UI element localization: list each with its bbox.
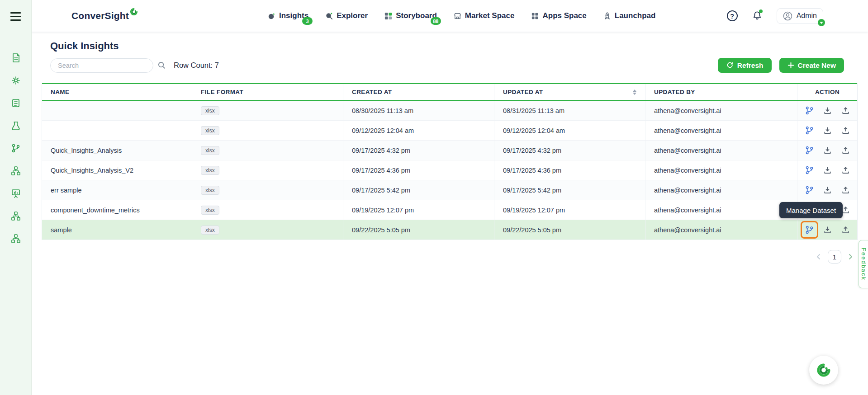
- sidebar-item-org[interactable]: [10, 233, 21, 244]
- cell-updated-by: athena@conversight.ai: [645, 160, 797, 180]
- export-icon[interactable]: [840, 145, 851, 156]
- manage-dataset-icon[interactable]: [804, 145, 815, 156]
- topbar: ConverSight Insights 3 Explorer Storyboa…: [31, 0, 868, 32]
- table-row[interactable]: xlsx 09/12/2025 12:04 am 09/12/2025 12:0…: [42, 121, 857, 141]
- sidebar-item-forms[interactable]: [10, 98, 21, 108]
- column-header-file-format[interactable]: FILE FORMAT: [192, 84, 343, 100]
- help-glyph: ?: [730, 12, 734, 20]
- cell-updated-by: athena@conversight.ai: [645, 101, 797, 120]
- cell-updated-at: 09/12/2025 12:04 am: [494, 121, 645, 140]
- export-icon[interactable]: [840, 125, 851, 136]
- format-chip: xlsx: [201, 186, 219, 195]
- manage-dataset-icon[interactable]: [804, 125, 815, 136]
- cell-created-at: 09/17/2025 5:42 pm: [343, 180, 494, 200]
- sidebar-item-pipelines[interactable]: [10, 143, 21, 154]
- manage-dataset-icon[interactable]: [804, 105, 815, 116]
- sidebar-item-hierarchy[interactable]: [10, 211, 21, 221]
- market-space-icon: [453, 12, 462, 20]
- sidebar-item-file[interactable]: [10, 52, 21, 63]
- cell-updated-by: athena@conversight.ai: [645, 141, 797, 160]
- cell-action: [797, 160, 857, 180]
- table-row[interactable]: err sample xlsx 09/17/2025 5:42 pm 09/17…: [42, 180, 857, 200]
- chevron-down-icon: [818, 19, 825, 26]
- manage-dataset-icon-highlighted[interactable]: [804, 224, 815, 235]
- previous-page-icon[interactable]: [815, 253, 822, 260]
- column-header-updated-by[interactable]: UPDATED BY: [645, 84, 797, 100]
- cell-updated-by: athena@conversight.ai: [645, 200, 797, 220]
- export-icon[interactable]: [840, 105, 851, 116]
- storyboard-icon: [384, 12, 393, 20]
- export-icon[interactable]: [840, 224, 851, 235]
- cell-file-format: xlsx: [192, 141, 343, 160]
- nav-item-market-space[interactable]: Market Space: [453, 11, 515, 20]
- column-header-name[interactable]: NAME: [42, 84, 192, 100]
- brand-leaf-icon: [129, 7, 138, 16]
- table-row[interactable]: component_downtime_metrics xlsx 09/19/20…: [42, 200, 857, 220]
- export-icon[interactable]: [840, 184, 851, 196]
- next-page-icon[interactable]: [847, 253, 854, 260]
- page-number[interactable]: 1: [828, 250, 841, 263]
- sidebar: [0, 0, 32, 395]
- search-input[interactable]: [50, 58, 153, 73]
- cell-created-at: 09/22/2025 5:05 pm: [343, 220, 494, 240]
- sidebar-item-settings[interactable]: [10, 75, 21, 86]
- sidebar-item-workflow[interactable]: [10, 165, 21, 176]
- sort-icon[interactable]: [633, 89, 636, 95]
- cell-file-format: xlsx: [192, 160, 343, 180]
- download-icon[interactable]: [822, 224, 833, 235]
- help-icon[interactable]: ?: [727, 10, 738, 21]
- brand-logo[interactable]: ConverSight: [71, 10, 138, 21]
- insights-icon: [267, 12, 276, 20]
- refresh-button[interactable]: Refresh: [718, 58, 772, 73]
- sidebar-item-labs[interactable]: [10, 120, 21, 131]
- main-content: Quick Insights Row Count: 7 Refresh Crea…: [31, 32, 868, 395]
- column-header-created-at[interactable]: CREATED AT: [343, 84, 494, 100]
- cell-created-at: 09/17/2025 4:32 pm: [343, 141, 494, 160]
- table-body: xlsx 08/30/2025 11:13 am 08/31/2025 11:1…: [42, 101, 857, 240]
- admin-menu[interactable]: Admin: [777, 8, 823, 24]
- sitemap-icon-2: [10, 211, 21, 221]
- export-icon[interactable]: [840, 165, 851, 176]
- spreadsheet-file-icon: [10, 52, 21, 63]
- cell-file-format: xlsx: [192, 220, 343, 240]
- nav-item-storyboard[interactable]: Storyboard 88: [384, 11, 437, 20]
- row-count-label: Row Count: 7: [174, 61, 219, 70]
- download-icon[interactable]: [822, 105, 833, 116]
- hamburger-menu-icon[interactable]: [10, 12, 21, 21]
- download-icon[interactable]: [822, 184, 833, 196]
- nav-label: Launchpad: [615, 11, 656, 20]
- tooltip-text: Manage Dataset: [786, 207, 836, 214]
- cell-name: [42, 101, 192, 120]
- notifications-bell-icon[interactable]: [752, 10, 762, 22]
- search-icon[interactable]: [157, 61, 166, 70]
- assistant-fab[interactable]: [809, 356, 838, 385]
- explorer-icon: [325, 12, 333, 20]
- cell-updated-at: 09/19/2025 12:07 pm: [494, 200, 645, 220]
- create-new-button[interactable]: Create New: [779, 58, 844, 73]
- cell-created-at: 09/12/2025 12:04 am: [343, 121, 494, 140]
- nav-item-launchpad[interactable]: Launchpad: [603, 11, 656, 20]
- column-header-updated-at[interactable]: UPDATED AT: [494, 84, 645, 100]
- nav-item-insights[interactable]: Insights 3: [267, 11, 308, 20]
- flask-icon: [10, 120, 21, 131]
- refresh-icon: [726, 61, 734, 69]
- sidebar-item-presentation[interactable]: [10, 188, 21, 199]
- column-header-updated-at-label: UPDATED AT: [503, 89, 543, 95]
- table-row[interactable]: Quick_Insights_Analysis xlsx 09/17/2025 …: [42, 141, 857, 160]
- table-row[interactable]: Quick_Insights_Analysis_V2 xlsx 09/17/20…: [42, 160, 857, 180]
- gear-icon: [10, 75, 21, 86]
- controls-bar: Row Count: 7 Refresh Create New: [42, 58, 858, 73]
- download-icon[interactable]: [822, 145, 833, 156]
- download-icon[interactable]: [822, 165, 833, 176]
- nav-item-explorer[interactable]: Explorer: [325, 11, 368, 20]
- manage-dataset-icon[interactable]: [804, 165, 815, 176]
- manage-dataset-icon[interactable]: [804, 184, 815, 196]
- cell-name: component_downtime_metrics: [42, 200, 192, 220]
- feedback-tab[interactable]: Feedback: [859, 240, 868, 288]
- download-icon[interactable]: [822, 125, 833, 136]
- table-row[interactable]: xlsx 08/30/2025 11:13 am 08/31/2025 11:1…: [42, 101, 857, 121]
- nav-item-apps-space[interactable]: Apps Space: [531, 11, 586, 20]
- refresh-label: Refresh: [737, 61, 764, 70]
- sitemap-icon: [10, 165, 21, 176]
- table-row-selected[interactable]: sample xlsx 09/22/2025 5:05 pm 09/22/202…: [42, 220, 857, 240]
